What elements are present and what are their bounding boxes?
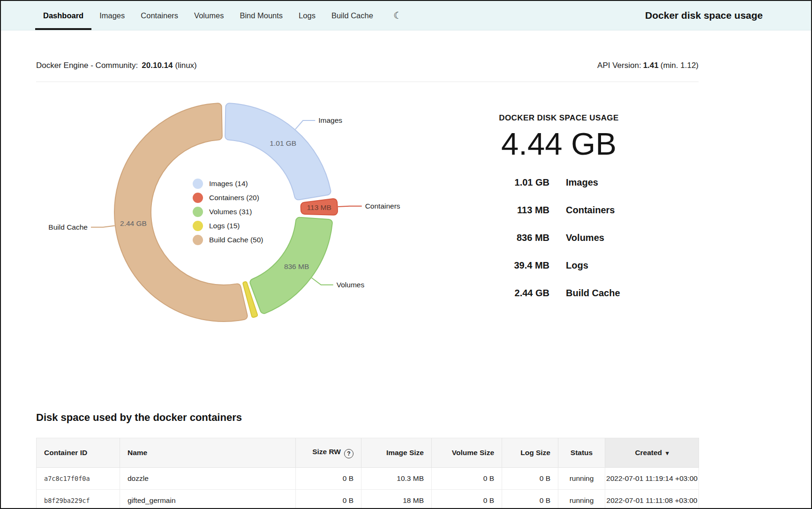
column-header-status[interactable]: Status <box>558 438 605 468</box>
help-icon[interactable]: ? <box>344 449 353 458</box>
legend-color-dot <box>193 193 203 203</box>
summary-rows: 1.01 GB Images 113 MB Containers 836 MB … <box>479 175 639 301</box>
nav-item-logs[interactable]: Logs <box>291 1 323 30</box>
summary-total: 4.44 GB <box>479 126 639 162</box>
engine-info-row: Docker Engine - Community:20.10.14(linux… <box>36 61 699 70</box>
column-header-size-rw[interactable]: Size RW? <box>296 438 361 468</box>
cell-name: gifted_germain <box>120 490 296 509</box>
docker-disk-usage-app: DashboardImagesContainersVolumesBind Mou… <box>0 0 812 509</box>
nav-item-label: Bind Mounts <box>240 11 283 20</box>
cell-status: running <box>558 490 605 509</box>
cell-volume-size: 0 B <box>432 468 502 490</box>
summary-label: Volumes <box>566 230 639 246</box>
summary-value: 2.44 GB <box>479 285 549 301</box>
nav-item-label: Images <box>99 11 125 20</box>
cell-log-size: 0 B <box>502 490 558 509</box>
column-header-created[interactable]: Created▾ <box>605 438 699 468</box>
nav-item-label: Build Cache <box>331 11 373 20</box>
cell-size-rw: 0 B <box>296 468 361 490</box>
segment-callout-label-build-cache: Build Cache <box>48 223 88 231</box>
engine-version: 20.10.14 <box>142 61 173 70</box>
segment-value-label-build-cache: 2.44 GB <box>120 219 147 227</box>
cell-name: dozzle <box>120 468 296 490</box>
api-label: API Version: <box>597 61 641 70</box>
api-min: (min. 1.12) <box>661 61 699 70</box>
table-header-row: Container ID Name Size RW? Image Size Vo… <box>37 438 699 468</box>
segment-value-label-volumes: 836 MB <box>284 262 309 270</box>
legend-label: Logs (15) <box>209 222 240 230</box>
legend-item-volumes[interactable]: Volumes (31) <box>193 205 263 219</box>
column-header-log-size[interactable]: Log Size <box>502 438 558 468</box>
cell-size-rw: 0 B <box>296 490 361 509</box>
api-info: API Version:1.41(min. 1.12) <box>597 61 699 70</box>
containers-table-heading: Disk space used by the docker containers <box>36 412 242 424</box>
cell-volume-size: 0 B <box>432 490 502 509</box>
app-title: Docker disk space usage <box>645 1 763 30</box>
column-header-name[interactable]: Name <box>120 438 296 468</box>
nav-item-label: Containers <box>141 11 178 20</box>
section-divider <box>36 82 699 82</box>
main-nav: DashboardImagesContainersVolumesBind Mou… <box>35 1 381 30</box>
segment-callout-line-build-cache <box>91 226 115 227</box>
nav-item-build-cache[interactable]: Build Cache <box>323 1 381 30</box>
legend-label: Containers (20) <box>209 194 259 202</box>
cell-image-size: 10.3 MB <box>361 468 432 490</box>
summary-value: 113 MB <box>479 202 549 218</box>
cell-log-size: 0 B <box>502 468 558 490</box>
legend-color-dot <box>193 221 203 231</box>
chart-legend: Images (14) Containers (20) Volumes (31)… <box>193 177 263 247</box>
legend-label: Volumes (31) <box>209 208 252 216</box>
api-version: 1.41 <box>643 61 659 70</box>
summary-row: 39.4 MB Logs <box>479 258 639 273</box>
legend-color-dot <box>193 179 203 189</box>
summary-heading: DOCKER DISK SPACE USAGE <box>479 113 639 123</box>
segment-callout-line-containers <box>338 206 362 207</box>
created-label: Created <box>635 449 662 457</box>
cell-created: 2022-07-01 11:19:14 +03:00 <box>605 468 699 490</box>
segment-callout-line-images <box>295 120 315 129</box>
summary-row: 836 MB Volumes <box>479 230 639 246</box>
nav-item-label: Logs <box>299 11 316 20</box>
nav-item-containers[interactable]: Containers <box>133 1 186 30</box>
engine-label: Docker Engine - Community: <box>36 61 138 70</box>
table-row: a7c8c17f0f0a dozzle 0 B 10.3 MB 0 B 0 B … <box>37 468 699 490</box>
summary-value: 836 MB <box>479 230 549 246</box>
legend-label: Images (14) <box>209 180 248 188</box>
nav-item-dashboard[interactable]: Dashboard <box>35 1 91 30</box>
engine-platform: (linux) <box>175 61 197 70</box>
legend-item-containers[interactable]: Containers (20) <box>193 191 263 205</box>
summary-row: 1.01 GB Images <box>479 175 639 190</box>
table-row: b8f29ba229cf gifted_germain 0 B 18 MB 0 … <box>37 490 699 509</box>
summary-value: 39.4 MB <box>479 258 549 273</box>
segment-callout-line-volumes <box>312 278 333 285</box>
cell-container-id: b8f29ba229cf <box>37 490 120 509</box>
disk-usage-summary: DOCKER DISK SPACE USAGE 4.44 GB 1.01 GB … <box>479 113 639 313</box>
legend-item-logs[interactable]: Logs (15) <box>193 219 263 233</box>
segment-value-label-images: 1.01 GB <box>270 139 296 147</box>
column-header-image-size[interactable]: Image Size <box>361 438 432 468</box>
cell-container-id: a7c8c17f0f0a <box>37 468 120 490</box>
dark-mode-moon-icon[interactable]: ☾ <box>393 10 402 21</box>
legend-color-dot <box>193 207 203 217</box>
legend-item-images[interactable]: Images (14) <box>193 177 263 191</box>
column-header-volume-size[interactable]: Volume Size <box>432 438 502 468</box>
nav-item-volumes[interactable]: Volumes <box>186 1 232 30</box>
containers-table: Container ID Name Size RW? Image Size Vo… <box>36 438 699 509</box>
legend-item-build-cache[interactable]: Build Cache (50) <box>193 233 263 247</box>
size-rw-label: Size RW <box>312 448 341 456</box>
legend-color-dot <box>193 235 203 245</box>
cell-status: running <box>558 468 605 490</box>
engine-info: Docker Engine - Community:20.10.14(linux… <box>36 61 197 70</box>
nav-item-label: Volumes <box>194 11 224 20</box>
summary-label: Containers <box>566 202 639 218</box>
segment-callout-label-images: Images <box>318 116 342 124</box>
segment-value-label-containers: 113 MB <box>307 203 331 211</box>
summary-label: Images <box>566 175 639 190</box>
summary-row: 113 MB Containers <box>479 202 639 218</box>
cell-image-size: 18 MB <box>361 490 432 509</box>
nav-item-images[interactable]: Images <box>91 1 133 30</box>
summary-row: 2.44 GB Build Cache <box>479 285 639 301</box>
legend-label: Build Cache (50) <box>209 236 263 244</box>
column-header-container-id[interactable]: Container ID <box>37 438 120 468</box>
nav-item-bind-mounts[interactable]: Bind Mounts <box>232 1 291 30</box>
